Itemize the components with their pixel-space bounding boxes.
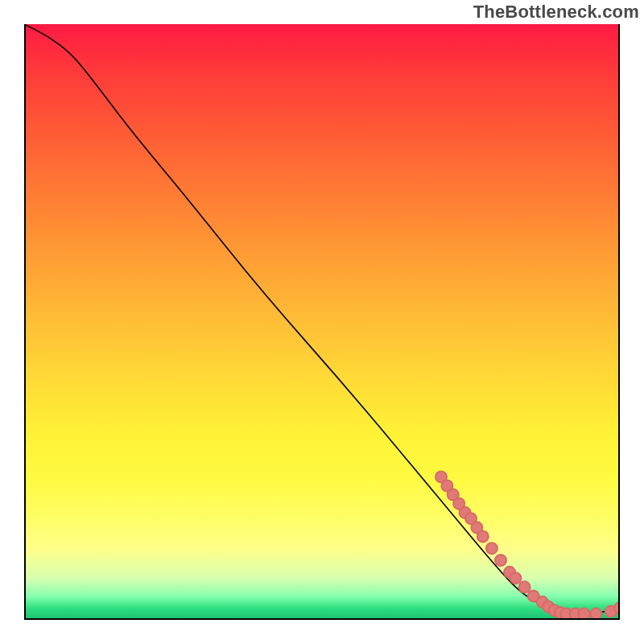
chart-background-gradient <box>24 24 620 620</box>
chart-stage: TheBottleneck.com <box>0 0 644 644</box>
watermark-text: TheBottleneck.com <box>473 2 639 23</box>
